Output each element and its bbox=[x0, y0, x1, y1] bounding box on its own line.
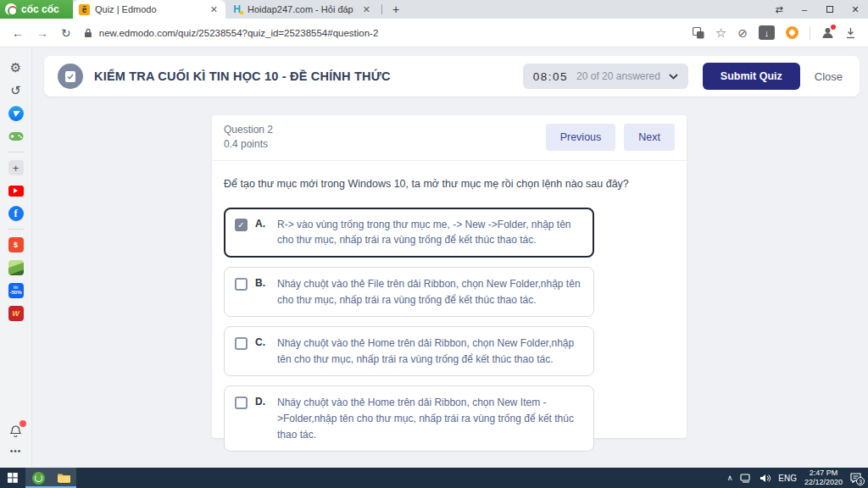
edmodo-favicon-icon: ē bbox=[79, 4, 90, 15]
language-indicator[interactable]: ENG bbox=[778, 474, 797, 483]
option-text: R-> vào vùng trống trong thư mục me, -> … bbox=[277, 217, 583, 248]
game-thumbnail-icon[interactable] bbox=[8, 260, 24, 275]
timer-dropdown[interactable]: 08:05 20 of 20 answered bbox=[523, 64, 688, 89]
profile-avatar[interactable] bbox=[821, 26, 834, 39]
quiz-avatar bbox=[58, 64, 83, 89]
bookmark-star-icon[interactable]: ☆ bbox=[715, 25, 726, 41]
checkbox-b[interactable] bbox=[235, 278, 248, 291]
coccoc-logo[interactable]: cốc cốc bbox=[0, 0, 73, 19]
add-shortcut-button[interactable]: + bbox=[8, 160, 24, 175]
coccoc-logo-text: cốc cốc bbox=[21, 3, 59, 15]
taskbar-coccoc[interactable] bbox=[25, 468, 51, 488]
new-tab-button[interactable]: + bbox=[386, 0, 406, 19]
checkbox-d[interactable] bbox=[235, 396, 248, 409]
notifications-bell-icon[interactable] bbox=[8, 424, 24, 439]
back-icon[interactable]: ← bbox=[12, 26, 24, 40]
facebook-icon[interactable]: f bbox=[8, 206, 24, 221]
youtube-play bbox=[8, 186, 24, 197]
tray-chevron-up-icon[interactable]: ∧ bbox=[727, 474, 733, 482]
reload-icon[interactable]: ↻ bbox=[61, 26, 71, 40]
adblock-shield-icon[interactable]: ⊘ bbox=[737, 26, 748, 40]
taskbar-clock[interactable]: 2:47 PM 22/12/2020 bbox=[804, 469, 843, 488]
url-field[interactable]: new.edmodo.com/quiz/25238554?quiz_id=252… bbox=[84, 28, 379, 38]
tab-switch-icon[interactable]: ⇄ bbox=[766, 0, 792, 19]
windows-logo-icon bbox=[8, 473, 18, 483]
edmodo-quiz-page: KIỂM TRA CUỐI KÌ TIN HỌC 10 - ĐỀ CHÍNH T… bbox=[32, 47, 868, 468]
translate-icon[interactable] bbox=[693, 27, 704, 39]
checkbox-a[interactable]: ✓ bbox=[235, 219, 248, 231]
messenger-icon[interactable] bbox=[8, 106, 24, 121]
hoidap-favicon-icon: H bbox=[231, 4, 242, 15]
answer-option-c[interactable]: C. Nháy chuột vào thẻ Home trên dải Ribb… bbox=[224, 326, 594, 376]
close-quiz-link[interactable]: Close bbox=[815, 70, 843, 83]
games-gamepad-icon[interactable] bbox=[8, 129, 24, 144]
quiz-header-actions: 08:05 20 of 20 answered Submit Quiz Clos… bbox=[523, 63, 846, 90]
tab-quiz-edmodo[interactable]: ē Quiz | Edmodo ✕ bbox=[73, 0, 225, 19]
network-icon[interactable] bbox=[740, 474, 752, 483]
tab-hoidap247[interactable]: H Hoidap247.com - Hỏi đáp on ✕ bbox=[225, 0, 378, 19]
close-window-button[interactable]: ✕ bbox=[843, 0, 868, 19]
submit-quiz-button[interactable]: Submit Quiz bbox=[703, 63, 800, 90]
tiki-discount-label: -50% bbox=[9, 290, 21, 295]
timer-value: 08:05 bbox=[533, 70, 568, 83]
window-controls: ⇄ – ✕ bbox=[766, 0, 868, 19]
taskbar-tray: ∧ ENG 2:47 PM 22/12/2020 bbox=[727, 468, 868, 488]
divider bbox=[8, 152, 25, 152]
divider bbox=[810, 26, 810, 40]
profile-notification-dot bbox=[831, 25, 836, 30]
messenger-bolt bbox=[12, 111, 19, 117]
sidebar-more-icon[interactable]: ••• bbox=[10, 446, 22, 456]
browser-tab-bar: cốc cốc ē Quiz | Edmodo ✕ H Hoidap247.co… bbox=[0, 0, 868, 19]
youtube-icon[interactable] bbox=[8, 183, 24, 198]
forward-icon[interactable]: → bbox=[36, 26, 48, 40]
windows-taskbar: ∧ ENG 2:47 PM 22/12/2020 bbox=[0, 468, 868, 488]
quiz-header-card: KIỂM TRA CUỐI KÌ TIN HỌC 10 - ĐỀ CHÍNH T… bbox=[44, 56, 860, 97]
volume-icon[interactable] bbox=[760, 474, 771, 483]
question-points: 0.4 points bbox=[224, 137, 273, 152]
action-center-button[interactable]: 3 bbox=[850, 473, 861, 483]
previous-button[interactable]: Previous bbox=[546, 124, 616, 151]
clipboard-icon bbox=[64, 70, 76, 83]
lock-icon bbox=[84, 28, 92, 38]
tab-title: Hoidap247.com - Hỏi đáp on bbox=[248, 4, 356, 14]
shopping-app-icon[interactable]: $ bbox=[8, 237, 24, 252]
question-card: Question 2 0.4 points Previous Next Để t… bbox=[212, 115, 687, 438]
divider bbox=[8, 229, 25, 230]
download-manager-icon[interactable]: ↓ bbox=[759, 25, 775, 40]
answer-option-d[interactable]: D. Nháy chuột vào thẻ Home trên dải Ribb… bbox=[224, 385, 594, 452]
downloads-icon[interactable] bbox=[845, 27, 856, 39]
tab-close-icon[interactable]: ✕ bbox=[209, 4, 220, 15]
history-icon[interactable]: ↺ bbox=[8, 83, 24, 98]
coccoc-sidebar: ⚙ ↺ + f $ tiki -50% W bbox=[0, 47, 32, 468]
option-letter: A. bbox=[255, 218, 270, 230]
coccoc-taskbar-icon bbox=[32, 472, 45, 485]
tab-title: Quiz | Edmodo bbox=[95, 4, 203, 14]
bell-notification-dot bbox=[19, 420, 26, 427]
taskbar-file-explorer[interactable] bbox=[51, 468, 76, 488]
screen: cốc cốc ē Quiz | Edmodo ✕ H Hoidap247.co… bbox=[0, 0, 868, 488]
minimize-button[interactable]: – bbox=[792, 0, 817, 19]
answer-option-a[interactable]: ✓ A. R-> vào vùng trống trong thư mục me… bbox=[224, 208, 594, 258]
tiki-sale-icon[interactable]: tiki -50% bbox=[8, 283, 24, 298]
red-game-icon[interactable]: W bbox=[8, 306, 24, 321]
option-letter: B. bbox=[255, 277, 270, 289]
address-bar-actions: ☆ ⊘ ↓ bbox=[693, 25, 856, 41]
next-button[interactable]: Next bbox=[624, 124, 675, 151]
content-area: ⚙ ↺ + f $ tiki -50% W bbox=[0, 47, 868, 468]
file-explorer-icon bbox=[58, 473, 70, 483]
checkbox-c[interactable] bbox=[235, 337, 248, 350]
answer-option-b[interactable]: B. Nháy chuột vào thẻ File trên dải Ribb… bbox=[224, 267, 594, 317]
start-button[interactable] bbox=[0, 468, 25, 488]
maximize-button[interactable] bbox=[817, 0, 843, 19]
question-number: Question 2 bbox=[224, 123, 273, 137]
coccoc-extension-icon[interactable] bbox=[786, 26, 798, 39]
question-body: Để tạo thư mục mới trong Windows 10, ta … bbox=[212, 161, 687, 452]
option-text: Nháy chuột vào thẻ Home trên dải Ribbon,… bbox=[277, 395, 583, 442]
clock-time: 2:47 PM bbox=[804, 469, 843, 478]
question-nav: Previous Next bbox=[546, 124, 675, 151]
settings-gear-icon[interactable]: ⚙ bbox=[8, 60, 24, 75]
url-text: new.edmodo.com/quiz/25238554?quiz_id=252… bbox=[99, 28, 379, 38]
tab-close-icon[interactable]: ✕ bbox=[361, 4, 372, 15]
maximize-icon bbox=[826, 6, 833, 13]
notification-count-badge: 3 bbox=[856, 477, 865, 485]
